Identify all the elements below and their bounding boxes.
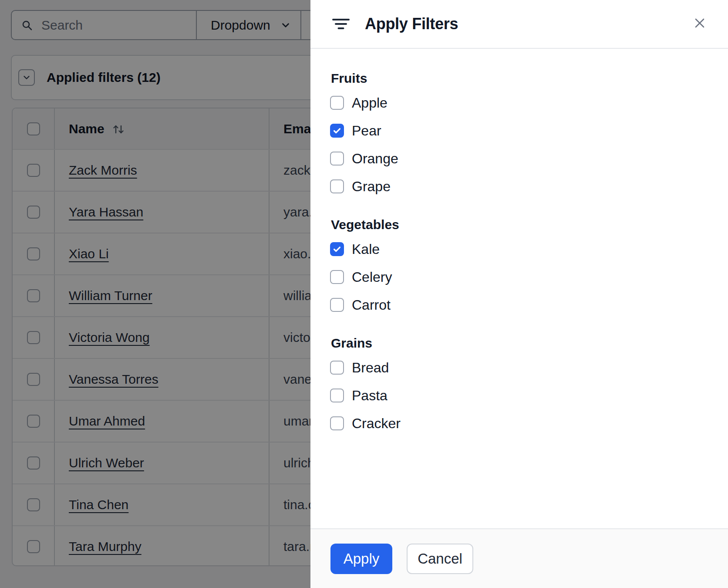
cancel-button[interactable]: Cancel: [407, 544, 473, 574]
filter-option-label: Grape: [352, 179, 391, 195]
apply-filters-drawer: Apply Filters Fruits Apple Pear: [310, 0, 728, 588]
checkbox[interactable]: [330, 179, 344, 193]
section-options: Apple Pear Orange Grape: [330, 96, 708, 193]
section-options: Kale Celery Carrot: [330, 242, 708, 312]
filter-option-orange[interactable]: Orange: [330, 152, 708, 166]
filter-option-cracker[interactable]: Cracker: [330, 416, 708, 430]
section-heading: Vegetables: [331, 217, 708, 233]
close-button[interactable]: [692, 16, 707, 30]
filter-option-label: Bread: [352, 360, 389, 376]
section-heading: Grains: [331, 335, 708, 351]
checkbox[interactable]: [330, 270, 344, 284]
checkbox[interactable]: [330, 124, 344, 138]
filter-section: Grains Bread Pasta Cracker: [330, 335, 708, 430]
filter-lines-icon: [332, 18, 350, 30]
filter-option-apple[interactable]: Apple: [330, 96, 708, 110]
filter-option-pasta[interactable]: Pasta: [330, 389, 708, 402]
filter-option-label: Cracker: [352, 416, 401, 432]
checkbox[interactable]: [330, 361, 344, 375]
drawer-sections: Fruits Apple Pear Orange: [310, 49, 728, 528]
filter-option-celery[interactable]: Celery: [330, 270, 708, 284]
section-heading: Fruits: [331, 71, 708, 86]
apply-button[interactable]: Apply: [330, 544, 392, 574]
filter-option-grape[interactable]: Grape: [330, 179, 708, 193]
filter-option-bread[interactable]: Bread: [330, 361, 708, 375]
checkbox[interactable]: [330, 416, 344, 430]
checkbox[interactable]: [330, 96, 344, 110]
close-icon: [693, 17, 706, 30]
filter-option-label: Carrot: [352, 297, 391, 313]
section-options: Bread Pasta Cracker: [330, 361, 708, 430]
filter-option-label: Kale: [352, 241, 380, 257]
filter-option-label: Celery: [352, 269, 392, 285]
filter-option-label: Apple: [352, 95, 388, 111]
filter-option-label: Orange: [352, 151, 398, 167]
drawer-header: Apply Filters: [310, 0, 728, 49]
checkmark-icon: [332, 126, 342, 135]
drawer-footer: Apply Cancel: [310, 528, 728, 588]
checkbox[interactable]: [330, 389, 344, 402]
filter-option-pear[interactable]: Pear: [330, 124, 708, 138]
checkbox[interactable]: [330, 242, 344, 256]
filter-section: Vegetables Kale Celery Carrot: [330, 217, 708, 312]
drawer-title: Apply Filters: [365, 15, 458, 33]
filter-option-carrot[interactable]: Carrot: [330, 298, 708, 312]
checkbox[interactable]: [330, 298, 344, 312]
checkbox[interactable]: [330, 152, 344, 166]
filter-option-label: Pasta: [352, 388, 388, 404]
filter-option-kale[interactable]: Kale: [330, 242, 708, 256]
checkmark-icon: [332, 244, 342, 254]
filter-section: Fruits Apple Pear Orange: [330, 71, 708, 193]
filter-option-label: Pear: [352, 123, 381, 139]
